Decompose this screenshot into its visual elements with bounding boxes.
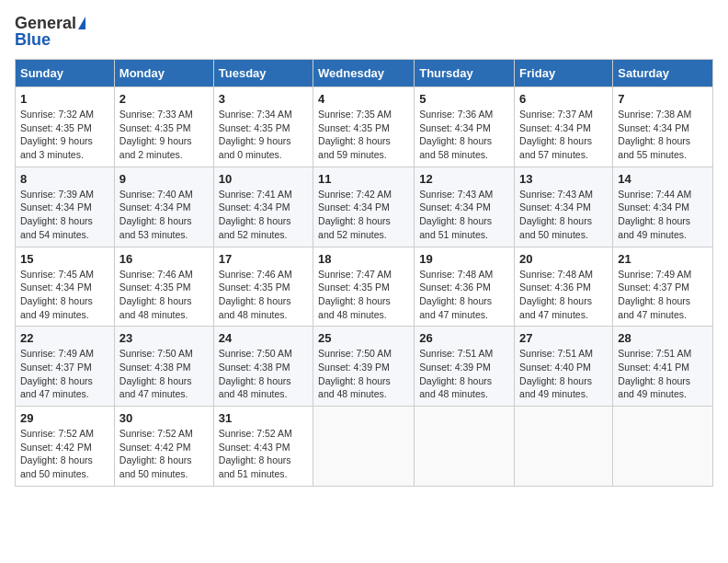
calendar-cell: 21Sunrise: 7:49 AMSunset: 4:37 PMDayligh… — [613, 247, 713, 327]
day-info: Sunrise: 7:49 AMSunset: 4:37 PMDaylight:… — [618, 268, 708, 322]
day-number: 28 — [618, 331, 708, 345]
logo-general-text: General — [15, 15, 76, 31]
day-number: 3 — [219, 92, 308, 106]
day-number: 19 — [419, 252, 509, 266]
weekday-header-sunday: Sunday — [16, 60, 115, 87]
calendar-cell: 16Sunrise: 7:46 AMSunset: 4:35 PMDayligh… — [114, 247, 213, 327]
calendar-cell: 11Sunrise: 7:42 AMSunset: 4:34 PMDayligh… — [313, 167, 415, 247]
calendar-cell: 9Sunrise: 7:40 AMSunset: 4:34 PMDaylight… — [114, 167, 213, 247]
calendar-week-row: 1Sunrise: 7:32 AMSunset: 4:35 PMDaylight… — [16, 87, 713, 167]
calendar-week-row: 8Sunrise: 7:39 AMSunset: 4:34 PMDaylight… — [16, 167, 713, 247]
calendar-cell: 14Sunrise: 7:44 AMSunset: 4:34 PMDayligh… — [613, 167, 713, 247]
day-number: 5 — [419, 92, 509, 106]
calendar-cell: 25Sunrise: 7:50 AMSunset: 4:39 PMDayligh… — [313, 327, 415, 407]
day-info: Sunrise: 7:48 AMSunset: 4:36 PMDaylight:… — [519, 268, 608, 322]
weekday-header-wednesday: Wednesday — [313, 60, 415, 87]
weekday-header-tuesday: Tuesday — [213, 60, 313, 87]
calendar-cell: 5Sunrise: 7:36 AMSunset: 4:34 PMDaylight… — [415, 87, 515, 167]
day-info: Sunrise: 7:33 AMSunset: 4:35 PMDaylight:… — [119, 108, 209, 162]
calendar-cell: 17Sunrise: 7:46 AMSunset: 4:35 PMDayligh… — [213, 247, 313, 327]
day-number: 2 — [119, 92, 209, 106]
day-number: 4 — [318, 92, 409, 106]
calendar-cell: 18Sunrise: 7:47 AMSunset: 4:35 PMDayligh… — [313, 247, 415, 327]
day-number: 11 — [318, 172, 409, 186]
calendar-cell: 22Sunrise: 7:49 AMSunset: 4:37 PMDayligh… — [16, 327, 115, 407]
logo-blue-text: Blue — [15, 31, 51, 48]
calendar-cell: 20Sunrise: 7:48 AMSunset: 4:36 PMDayligh… — [515, 247, 613, 327]
day-number: 14 — [618, 172, 708, 186]
calendar-cell — [613, 407, 713, 487]
day-info: Sunrise: 7:48 AMSunset: 4:36 PMDaylight:… — [419, 268, 509, 322]
day-number: 21 — [618, 252, 708, 266]
calendar-cell: 24Sunrise: 7:50 AMSunset: 4:38 PMDayligh… — [213, 327, 313, 407]
day-number: 9 — [119, 172, 209, 186]
day-info: Sunrise: 7:52 AMSunset: 4:42 PMDaylight:… — [20, 427, 109, 481]
day-info: Sunrise: 7:52 AMSunset: 4:42 PMDaylight:… — [119, 427, 209, 481]
day-number: 22 — [20, 331, 109, 345]
day-number: 20 — [519, 252, 608, 266]
calendar-cell: 28Sunrise: 7:51 AMSunset: 4:41 PMDayligh… — [613, 327, 713, 407]
day-info: Sunrise: 7:51 AMSunset: 4:39 PMDaylight:… — [419, 347, 509, 401]
day-info: Sunrise: 7:46 AMSunset: 4:35 PMDaylight:… — [219, 268, 308, 322]
day-number: 26 — [419, 331, 509, 345]
day-info: Sunrise: 7:51 AMSunset: 4:40 PMDaylight:… — [519, 347, 608, 401]
calendar-cell: 19Sunrise: 7:48 AMSunset: 4:36 PMDayligh… — [415, 247, 515, 327]
day-number: 13 — [519, 172, 608, 186]
calendar-week-row: 15Sunrise: 7:45 AMSunset: 4:34 PMDayligh… — [16, 247, 713, 327]
day-number: 15 — [20, 252, 109, 266]
logo: General Blue — [15, 15, 85, 48]
calendar-cell: 4Sunrise: 7:35 AMSunset: 4:35 PMDaylight… — [313, 87, 415, 167]
day-info: Sunrise: 7:43 AMSunset: 4:34 PMDaylight:… — [419, 188, 509, 242]
day-info: Sunrise: 7:40 AMSunset: 4:34 PMDaylight:… — [119, 188, 209, 242]
calendar-cell: 12Sunrise: 7:43 AMSunset: 4:34 PMDayligh… — [415, 167, 515, 247]
calendar-cell: 1Sunrise: 7:32 AMSunset: 4:35 PMDaylight… — [16, 87, 115, 167]
day-number: 8 — [20, 172, 109, 186]
weekday-header-saturday: Saturday — [613, 60, 713, 87]
day-number: 30 — [119, 411, 209, 425]
day-info: Sunrise: 7:51 AMSunset: 4:41 PMDaylight:… — [618, 347, 708, 401]
day-number: 1 — [20, 92, 109, 106]
day-number: 24 — [219, 331, 308, 345]
calendar-week-row: 29Sunrise: 7:52 AMSunset: 4:42 PMDayligh… — [16, 407, 713, 487]
calendar-cell: 3Sunrise: 7:34 AMSunset: 4:35 PMDaylight… — [213, 87, 313, 167]
calendar-cell: 13Sunrise: 7:43 AMSunset: 4:34 PMDayligh… — [515, 167, 613, 247]
weekday-header-friday: Friday — [515, 60, 613, 87]
day-number: 16 — [119, 252, 209, 266]
day-info: Sunrise: 7:50 AMSunset: 4:39 PMDaylight:… — [318, 347, 409, 401]
weekday-header-monday: Monday — [114, 60, 213, 87]
day-info: Sunrise: 7:46 AMSunset: 4:35 PMDaylight:… — [119, 268, 209, 322]
day-number: 10 — [219, 172, 308, 186]
day-info: Sunrise: 7:38 AMSunset: 4:34 PMDaylight:… — [618, 108, 708, 162]
day-number: 27 — [519, 331, 608, 345]
weekday-header-thursday: Thursday — [415, 60, 515, 87]
calendar-cell: 15Sunrise: 7:45 AMSunset: 4:34 PMDayligh… — [16, 247, 115, 327]
page-header: General Blue — [15, 15, 713, 48]
day-info: Sunrise: 7:49 AMSunset: 4:37 PMDaylight:… — [20, 347, 109, 401]
day-number: 7 — [618, 92, 708, 106]
day-number: 31 — [219, 411, 308, 425]
day-info: Sunrise: 7:36 AMSunset: 4:34 PMDaylight:… — [419, 108, 509, 162]
day-number: 12 — [419, 172, 509, 186]
day-number: 17 — [219, 252, 308, 266]
day-info: Sunrise: 7:43 AMSunset: 4:34 PMDaylight:… — [519, 188, 608, 242]
day-number: 25 — [318, 331, 409, 345]
day-info: Sunrise: 7:39 AMSunset: 4:34 PMDaylight:… — [20, 188, 109, 242]
calendar-cell: 10Sunrise: 7:41 AMSunset: 4:34 PMDayligh… — [213, 167, 313, 247]
calendar-cell — [313, 407, 415, 487]
day-number: 18 — [318, 252, 409, 266]
calendar-cell: 7Sunrise: 7:38 AMSunset: 4:34 PMDaylight… — [613, 87, 713, 167]
calendar-header: SundayMondayTuesdayWednesdayThursdayFrid… — [16, 60, 713, 87]
calendar-cell: 2Sunrise: 7:33 AMSunset: 4:35 PMDaylight… — [114, 87, 213, 167]
day-number: 6 — [519, 92, 608, 106]
day-info: Sunrise: 7:35 AMSunset: 4:35 PMDaylight:… — [318, 108, 409, 162]
calendar-cell: 23Sunrise: 7:50 AMSunset: 4:38 PMDayligh… — [114, 327, 213, 407]
day-info: Sunrise: 7:45 AMSunset: 4:34 PMDaylight:… — [20, 268, 109, 322]
day-info: Sunrise: 7:50 AMSunset: 4:38 PMDaylight:… — [219, 347, 308, 401]
calendar-table: SundayMondayTuesdayWednesdayThursdayFrid… — [15, 59, 713, 487]
day-number: 29 — [20, 411, 109, 425]
calendar-cell: 30Sunrise: 7:52 AMSunset: 4:42 PMDayligh… — [114, 407, 213, 487]
day-info: Sunrise: 7:52 AMSunset: 4:43 PMDaylight:… — [219, 427, 308, 481]
calendar-cell: 29Sunrise: 7:52 AMSunset: 4:42 PMDayligh… — [16, 407, 115, 487]
day-number: 23 — [119, 331, 209, 345]
day-info: Sunrise: 7:37 AMSunset: 4:34 PMDaylight:… — [519, 108, 608, 162]
